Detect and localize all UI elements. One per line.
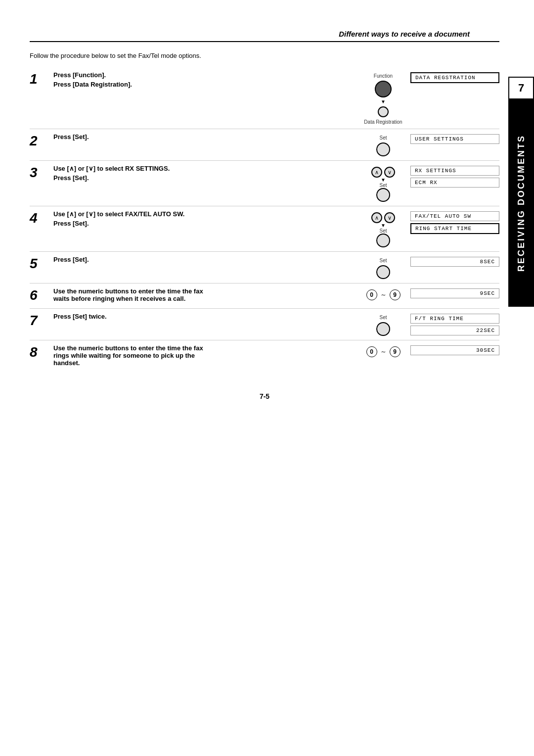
step-screen-3: RX SETTINGS ECM RX bbox=[410, 165, 499, 188]
step-row-7: 7 Press [Set] twice. Set F/T RING TIME 2… bbox=[30, 313, 499, 340]
step-row-8: 8 Use the numeric buttons to enter the t… bbox=[30, 344, 499, 373]
screen-9sec: 9SEC bbox=[410, 288, 499, 298]
step-text-4: Use [∧] or [∨] to select FAX/TEL AUTO SW… bbox=[49, 210, 356, 229]
step-number-3: 3 bbox=[30, 166, 49, 180]
zero-button-6[interactable]: 0 bbox=[366, 289, 377, 300]
side-tab: RECEIVING DOCUMENTS bbox=[508, 99, 534, 307]
step-text-3: Use [∧] or [∨] to select RX SETTINGS. Pr… bbox=[49, 165, 356, 184]
set-label-2: Set bbox=[379, 135, 387, 141]
down-arrow-3[interactable]: ∨ bbox=[384, 167, 395, 178]
step-number-6: 6 bbox=[30, 288, 49, 302]
step-icons-1: Function ▼ Data Registration bbox=[356, 71, 410, 125]
zero-button-8[interactable]: 0 bbox=[366, 346, 377, 357]
page-container: 7 RECEIVING DOCUMENTS Different ways to … bbox=[0, 0, 534, 756]
tab-number: 7 bbox=[508, 77, 534, 99]
nav-arrows-4: ∧ ∨ ▼ Set bbox=[371, 212, 395, 247]
step-number-4: 4 bbox=[30, 211, 49, 225]
step-text-2: Press [Set]. bbox=[49, 133, 356, 142]
step-row-4: 4 Use [∧] or [∨] to select FAX/TEL AUTO … bbox=[30, 210, 499, 252]
arrow-down-icon: ▼ bbox=[381, 99, 386, 104]
screen-30sec: 30SEC bbox=[410, 345, 499, 355]
set-label-5: Set bbox=[379, 258, 387, 263]
step-screen-1: DATA REGSTRATION bbox=[410, 71, 499, 83]
arrow-3: ▼ bbox=[381, 178, 386, 183]
step-icons-7: Set bbox=[356, 313, 410, 336]
step-icons-4: ∧ ∨ ▼ Set bbox=[356, 210, 410, 247]
step-number-5: 5 bbox=[30, 257, 49, 271]
step-screen-5: 8SEC bbox=[410, 256, 499, 267]
arrow-4: ▼ bbox=[381, 223, 386, 228]
set-label-4: Set bbox=[379, 228, 387, 234]
step-row-3: 3 Use [∧] or [∨] to select RX SETTINGS. … bbox=[30, 165, 499, 206]
intro-text: Follow the procedure below to set the Fa… bbox=[30, 52, 499, 59]
step-screen-4: FAX/TEL AUTO SW RING START TIME bbox=[410, 210, 499, 234]
step-icons-5: Set bbox=[356, 256, 410, 279]
function-button[interactable] bbox=[375, 81, 392, 97]
step-icons-8: 0 ～ 9 bbox=[356, 344, 410, 357]
main-content: Different ways to receive a document Fol… bbox=[30, 30, 499, 400]
step-screen-7: F/T RING TIME 22SEC bbox=[410, 313, 499, 335]
step-number-2: 2 bbox=[30, 134, 49, 148]
nav-arrows-3: ∧ ∨ ▼ Set bbox=[371, 167, 395, 202]
set-button-4[interactable] bbox=[376, 234, 390, 247]
tilde-6: ～ bbox=[380, 290, 387, 299]
step-icons-2: Set bbox=[356, 133, 410, 156]
step-icons-3: ∧ ∨ ▼ Set bbox=[356, 165, 410, 202]
screen-rx-settings: RX SETTINGS bbox=[410, 166, 499, 176]
set-button-7[interactable] bbox=[376, 322, 390, 336]
step-text-5: Press [Set]. bbox=[49, 256, 356, 265]
page-number: 7-5 bbox=[30, 392, 499, 400]
set-button-2[interactable] bbox=[376, 142, 390, 156]
step-row-1: 1 Press [Function]. Press [Data Registra… bbox=[30, 71, 499, 129]
screen-fax-tel-auto-sw: FAX/TEL AUTO SW bbox=[410, 211, 499, 221]
up-arrow-4[interactable]: ∧ bbox=[371, 212, 382, 223]
step-text-7: Press [Set] twice. bbox=[49, 313, 356, 322]
screen-ft-ring-time: F/T RING TIME bbox=[410, 314, 499, 324]
screen-8sec: 8SEC bbox=[410, 257, 499, 267]
step-number-8: 8 bbox=[30, 345, 49, 359]
data-reg-label: Data Registration bbox=[364, 119, 402, 125]
set-label-3: Set bbox=[379, 183, 387, 188]
screen-ring-start-time: RING START TIME bbox=[410, 223, 499, 234]
step-screen-6: 9SEC bbox=[410, 287, 499, 298]
step-screen-8: 30SEC bbox=[410, 344, 499, 355]
step-icons-6: 0 ～ 9 bbox=[356, 287, 410, 300]
up-arrow-3[interactable]: ∧ bbox=[371, 167, 382, 178]
numeric-range-8: 0 ～ 9 bbox=[366, 346, 400, 357]
set-button-3[interactable] bbox=[376, 188, 390, 202]
screen-ecm-rx: ECM RX bbox=[410, 178, 499, 188]
tilde-8: ～ bbox=[380, 347, 387, 356]
function-label: Function bbox=[374, 73, 393, 79]
step-text-1: Press [Function]. Press [Data Registrati… bbox=[49, 71, 356, 90]
down-arrow-4[interactable]: ∨ bbox=[384, 212, 395, 223]
set-button-5[interactable] bbox=[376, 265, 390, 279]
step-number-1: 1 bbox=[30, 72, 49, 86]
screen-data-regstration: DATA REGSTRATION bbox=[410, 72, 499, 83]
step-text-6: Use the numeric buttons to enter the tim… bbox=[49, 287, 356, 304]
step-text-8: Use the numeric buttons to enter the tim… bbox=[49, 344, 356, 369]
step-row-6: 6 Use the numeric buttons to enter the t… bbox=[30, 287, 499, 309]
step-row-5: 5 Press [Set]. Set 8SEC bbox=[30, 256, 499, 284]
screen-22sec: 22SEC bbox=[410, 326, 499, 335]
nine-button-8[interactable]: 9 bbox=[390, 346, 400, 357]
step-row-2: 2 Press [Set]. Set USER SETTINGS bbox=[30, 133, 499, 161]
section-header: Different ways to receive a document bbox=[30, 30, 499, 42]
step-screen-2: USER SETTINGS bbox=[410, 133, 499, 144]
numeric-range-6: 0 ～ 9 bbox=[366, 289, 400, 300]
data-reg-button[interactable] bbox=[378, 106, 389, 117]
section-title: Different ways to receive a document bbox=[339, 30, 470, 38]
set-label-7: Set bbox=[379, 315, 387, 320]
step-number-7: 7 bbox=[30, 314, 49, 328]
nine-button-6[interactable]: 9 bbox=[390, 289, 400, 300]
screen-user-settings: USER SETTINGS bbox=[410, 134, 499, 144]
